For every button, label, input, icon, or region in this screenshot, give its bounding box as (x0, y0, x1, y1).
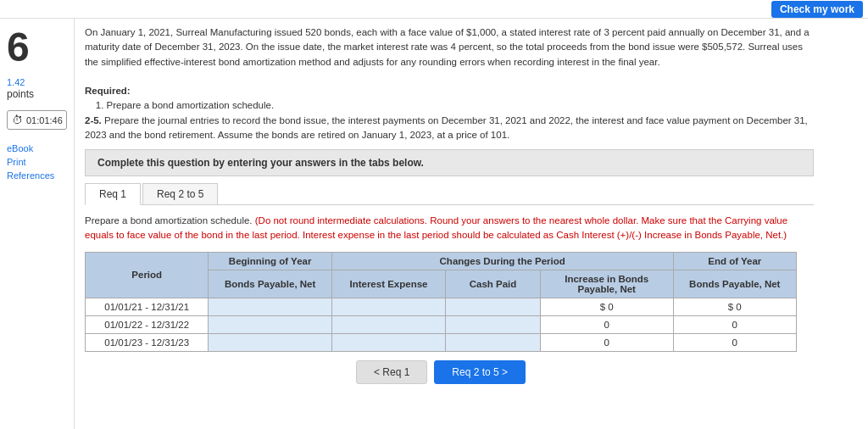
next-button[interactable]: Req 2 to 5 > (434, 360, 526, 384)
end-bonds-cell: $ 0 (673, 298, 796, 315)
col-header-cash-paid: Cash Paid (446, 270, 541, 298)
increase-bonds-cell: $ 0 (540, 298, 673, 315)
bonds-net-input[interactable] (214, 337, 326, 348)
cash-paid-cell[interactable] (446, 315, 541, 333)
interest-expense-cell[interactable] (331, 315, 445, 333)
interest-expense-cell[interactable] (331, 333, 445, 351)
increase-bonds-cell: 0 (540, 333, 673, 351)
table-row: 01/01/21 - 12/31/21$ 0$ 0 (86, 298, 797, 315)
amortization-table: Period Beginning of Year Changes During … (85, 252, 797, 352)
table-row: 01/01/23 - 12/31/2300 (86, 333, 797, 351)
tab-req2to5[interactable]: Req 2 to 5 (142, 183, 218, 204)
bonds-net-input-cell[interactable] (209, 315, 331, 333)
period-cell: 01/01/21 - 12/31/21 (86, 298, 209, 315)
end-bonds-cell: 0 (673, 315, 796, 333)
problem-text: On January 1, 2021, Surreal Manufacturin… (85, 25, 814, 142)
col-header-changes: Changes During the Period (331, 252, 673, 270)
cash-paid-input[interactable] (451, 302, 535, 312)
prev-button[interactable]: < Req 1 (356, 360, 427, 384)
interest-expense-input[interactable] (337, 302, 440, 312)
period-cell: 01/01/23 - 12/31/23 (86, 333, 209, 351)
cash-paid-input[interactable] (451, 337, 535, 348)
bonds-net-input[interactable] (214, 320, 326, 330)
instructions-box: Prepare a bond amortization schedule. (D… (85, 212, 814, 245)
question-number: 6 (7, 27, 67, 68)
bonds-net-input-cell[interactable] (209, 298, 331, 315)
bottom-nav: < Req 1 Req 2 to 5 > (85, 360, 797, 384)
print-link[interactable]: Print (7, 157, 67, 167)
col-header-period: Period (86, 252, 209, 298)
cash-paid-input[interactable] (451, 320, 535, 330)
interest-expense-input[interactable] (337, 337, 440, 348)
timer-icon: ⏱ (12, 114, 23, 126)
points-value: 1.42 (7, 77, 25, 87)
col-header-bonds-net: Bonds Payable, Net (209, 270, 331, 298)
timer-display: 01:01:46 (26, 115, 63, 125)
col-header-end: End of Year (673, 252, 796, 270)
col-header-end-bonds: Bonds Payable, Net (673, 270, 796, 298)
period-cell: 01/01/22 - 12/31/22 (86, 315, 209, 333)
complete-banner: Complete this question by entering your … (85, 149, 814, 176)
ebook-link[interactable]: eBook (7, 143, 67, 153)
col-header-beginning: Beginning of Year (209, 252, 331, 270)
interest-expense-cell[interactable] (331, 298, 445, 315)
tabs-row: Req 1 Req 2 to 5 (85, 183, 814, 205)
points-suffix: points (7, 88, 34, 100)
table-row: 01/01/22 - 12/31/2200 (86, 315, 797, 333)
bonds-net-input-cell[interactable] (209, 333, 331, 351)
bonds-net-input[interactable] (214, 302, 326, 312)
increase-bonds-cell: 0 (540, 315, 673, 333)
col-header-interest-expense: Interest Expense (331, 270, 445, 298)
references-link[interactable]: References (7, 170, 67, 181)
end-bonds-cell: 0 (673, 333, 796, 351)
col-header-increase-bonds: Increase in Bonds Payable, Net (540, 270, 673, 298)
cash-paid-cell[interactable] (446, 333, 541, 351)
cash-paid-cell[interactable] (446, 298, 541, 315)
check-work-button[interactable]: Check my work (771, 1, 863, 18)
interest-expense-input[interactable] (337, 320, 440, 330)
tab-req1[interactable]: Req 1 (85, 183, 141, 205)
